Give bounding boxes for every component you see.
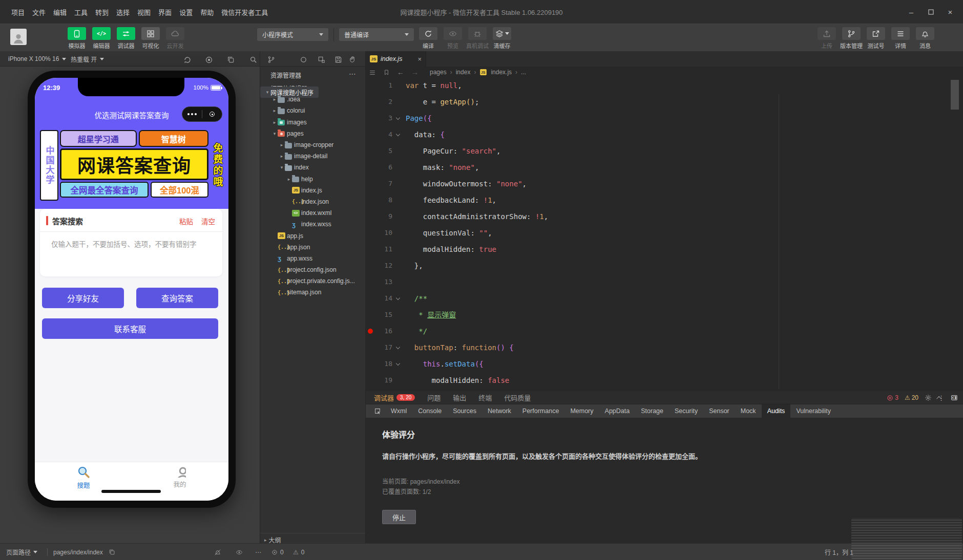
tree-item-网课搜题小程序[interactable]: ▾网课搜题小程序 — [260, 87, 319, 98]
tree-item-project.config.json[interactable]: {..}project.config.json — [260, 264, 366, 275]
fold-chevron-icon[interactable] — [396, 345, 400, 349]
line-number[interactable]: 12 — [366, 257, 392, 274]
toolbar-button-详情[interactable]: 详情 — [891, 27, 910, 50]
tree-item-index[interactable]: ▾index — [260, 162, 366, 173]
back-icon[interactable]: ← — [397, 68, 404, 76]
devtools-tab-Sources[interactable]: Sources — [447, 404, 482, 418]
branch-icon[interactable] — [267, 55, 275, 64]
line-number[interactable]: 7 — [366, 176, 392, 192]
circle-icon[interactable] — [300, 55, 307, 64]
devtools-tab-Wxml[interactable]: Wxml — [385, 404, 412, 418]
devtools-tab-Console[interactable]: Console — [412, 404, 447, 418]
kebab-menu-icon[interactable]: ⋮ — [938, 394, 945, 402]
tree-item-images[interactable]: ▸images — [260, 117, 366, 128]
toolbar-button-真机调试[interactable]: 真机调试 — [468, 27, 487, 50]
more-status-icon[interactable]: ⋯ — [255, 544, 261, 560]
save-icon[interactable] — [334, 55, 342, 64]
breadcrumb-item-...[interactable]: ... — [521, 69, 526, 76]
panel-tab-问题[interactable]: 问题 — [427, 393, 441, 402]
tree-item-sitemap.json[interactable]: {..}sitemap.json — [260, 287, 366, 298]
line-number[interactable]: 3 — [366, 110, 392, 126]
devtools-warning-count[interactable]: ⚠20 — [905, 394, 918, 401]
editor-scrollbar[interactable] — [951, 80, 959, 110]
chevron-right-icon[interactable]: ▸ — [271, 108, 278, 113]
line-number[interactable]: 17 — [366, 339, 392, 356]
contact-service-button[interactable]: 联系客服 — [42, 318, 218, 339]
rotate-icon[interactable] — [183, 55, 192, 64]
line-number[interactable]: 11 — [366, 241, 392, 257]
outline-list-icon[interactable] — [369, 68, 376, 77]
toolbar-button-编译[interactable]: 编译 — [419, 27, 437, 50]
tree-item-index.wxss[interactable]: ʒindex.wxss — [260, 219, 366, 230]
line-number[interactable]: 9 — [366, 208, 392, 225]
devtools-tab-Storage[interactable]: Storage — [635, 404, 669, 418]
tree-item-colorui[interactable]: ▸colorui — [260, 105, 366, 116]
stop-button[interactable]: 停止 — [382, 510, 416, 524]
search-icon[interactable] — [249, 55, 257, 64]
chevron-down-icon[interactable]: ▾ — [279, 165, 285, 170]
toolbar-button-消息[interactable]: 消息 — [916, 27, 934, 50]
breadcrumb-item-pages[interactable]: pages — [430, 69, 447, 76]
panel-tab-调试器[interactable]: 调试器3, 20 — [374, 393, 415, 402]
query-answer-button[interactable]: 查询答案 — [136, 288, 218, 308]
gear-icon[interactable] — [925, 394, 932, 402]
bookmark-icon[interactable] — [383, 68, 390, 77]
forward-icon[interactable]: → — [411, 68, 418, 76]
devtools-tab-Performance[interactable]: Performance — [517, 404, 565, 418]
fold-chevron-icon[interactable] — [396, 116, 400, 120]
copy-icon[interactable] — [227, 55, 235, 64]
avatar[interactable] — [10, 29, 27, 45]
toolbar-button-版本管理[interactable]: 版本管理 — [842, 27, 861, 50]
line-number[interactable]: 13 — [366, 274, 392, 290]
tree-item-app.wxss[interactable]: ʒapp.wxss — [260, 253, 366, 264]
grid2-icon[interactable] — [318, 55, 325, 64]
fold-chevron-icon[interactable] — [396, 132, 400, 136]
line-number[interactable]: 10 — [366, 225, 392, 241]
panel-tab-代码质量[interactable]: 代码质量 — [504, 393, 531, 402]
fold-chevron-icon[interactable] — [396, 361, 400, 365]
page-path-select[interactable]: 页面路径 — [6, 544, 37, 560]
clear-link[interactable]: 清空 — [201, 216, 215, 226]
hot-reload-toggle[interactable]: 热重载 开 — [71, 51, 104, 67]
share-button[interactable]: 分享好友 — [42, 288, 124, 308]
line-number[interactable]: 5 — [366, 143, 392, 159]
mode-select[interactable]: 小程序模式 — [257, 28, 328, 41]
devtools-tab-Mock[interactable]: Mock — [735, 404, 762, 418]
chevron-right-icon[interactable]: ▸ — [286, 177, 292, 182]
panel-tab-输出[interactable]: 输出 — [453, 393, 466, 402]
line-number[interactable]: 6 — [366, 159, 392, 176]
devtools-tab-Audits[interactable]: Audits — [762, 404, 791, 418]
devtools-tab-Memory[interactable]: Memory — [564, 404, 599, 418]
toolbar-button-编辑器[interactable]: </>编辑器 — [92, 27, 111, 50]
line-number[interactable]: 4 — [366, 126, 392, 143]
tab-mine[interactable]: 我的 — [157, 465, 203, 489]
tree-item-help[interactable]: ▸help — [260, 174, 366, 185]
chevron-right-icon[interactable]: ▸ — [279, 142, 285, 147]
tree-item-index.json[interactable]: {..}index.json — [260, 196, 366, 207]
chevron-right-icon[interactable]: ▸ — [279, 154, 285, 159]
chevron-right-icon[interactable]: ▸ — [271, 120, 278, 125]
toolbar-button-清缓存[interactable]: 清缓存 — [493, 27, 511, 50]
status-warning-count[interactable]: ⚠0 — [293, 544, 304, 560]
close-button[interactable]: × — [940, 0, 960, 24]
device-select[interactable]: iPhone X 100% 16 — [8, 51, 66, 67]
toolbar-button-模拟器[interactable]: 模拟器 — [68, 27, 86, 50]
devtools-error-count[interactable]: 3 — [887, 394, 898, 401]
record-icon[interactable] — [205, 55, 213, 64]
code-area[interactable]: 1var t = null,2 e = getApp();3Page({4 da… — [366, 77, 963, 389]
line-number[interactable]: 18 — [366, 356, 392, 372]
toolbar-button-云开发[interactable]: 云开发 — [166, 27, 184, 50]
toolbar-button-调试器[interactable]: 调试器 — [117, 27, 135, 50]
tree-item-image-cropper[interactable]: ▸image-cropper — [260, 139, 366, 150]
devtools-tab-Security[interactable]: Security — [669, 404, 703, 418]
toolbar-button-上传[interactable]: 上传 — [818, 27, 836, 50]
toolbar-button-预览[interactable]: 预览 — [444, 27, 462, 50]
line-number[interactable]: 14 — [366, 290, 392, 307]
line-number[interactable]: 8 — [366, 192, 392, 208]
question-input[interactable]: 仅输入题干，不要加括号、选项，不要有错别字 — [51, 239, 197, 249]
tree-item-app.js[interactable]: JSapp.js — [260, 230, 366, 241]
line-number[interactable]: 16 — [366, 323, 392, 339]
chevron-down-icon[interactable]: ▾ — [264, 90, 270, 95]
exit-button[interactable] — [202, 112, 222, 117]
minimize-button[interactable]: – — [902, 0, 921, 24]
